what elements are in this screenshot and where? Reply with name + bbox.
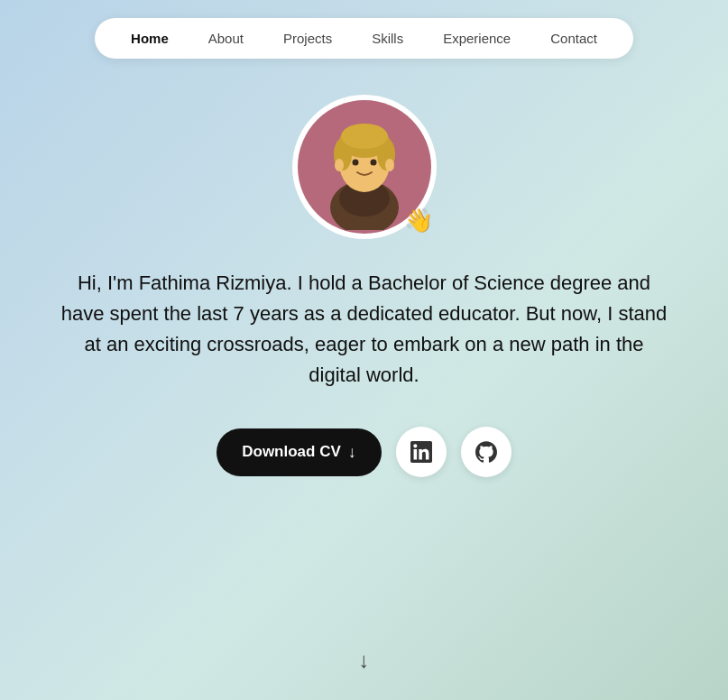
svg-point-10: [335, 159, 344, 171]
download-cv-button[interactable]: Download CV ↓: [217, 428, 382, 476]
hero-section: 👋 Hi, I'm Fathima Rizmiya. I hold a Bach…: [22, 95, 707, 522]
nav-skills[interactable]: Skills: [364, 25, 410, 51]
avatar-container: 👋: [292, 95, 437, 239]
download-arrow-icon: ↓: [348, 443, 356, 462]
nav-contact[interactable]: Contact: [543, 25, 604, 51]
download-cv-label: Download CV: [242, 443, 341, 461]
scroll-down-indicator[interactable]: ↓: [359, 648, 370, 673]
main-nav: Home About Projects Skills Experience Co…: [95, 18, 633, 59]
github-button[interactable]: [461, 427, 511, 477]
github-icon: [475, 441, 497, 463]
linkedin-button[interactable]: [396, 427, 447, 477]
nav-about[interactable]: About: [201, 25, 251, 51]
svg-point-7: [341, 124, 388, 149]
wave-emoji-icon: 👋: [404, 208, 433, 232]
nav-projects[interactable]: Projects: [276, 25, 339, 51]
svg-point-9: [370, 160, 376, 166]
scroll-down-arrow-icon: ↓: [359, 648, 370, 673]
linkedin-icon: [410, 441, 432, 463]
bio-text: Hi, I'm Fathima Rizmiya. I hold a Bachel…: [58, 268, 671, 391]
svg-point-11: [385, 159, 394, 171]
nav-home[interactable]: Home: [124, 25, 176, 51]
nav-experience[interactable]: Experience: [436, 25, 518, 51]
cta-buttons: Download CV ↓: [217, 427, 511, 477]
svg-point-8: [352, 160, 358, 166]
